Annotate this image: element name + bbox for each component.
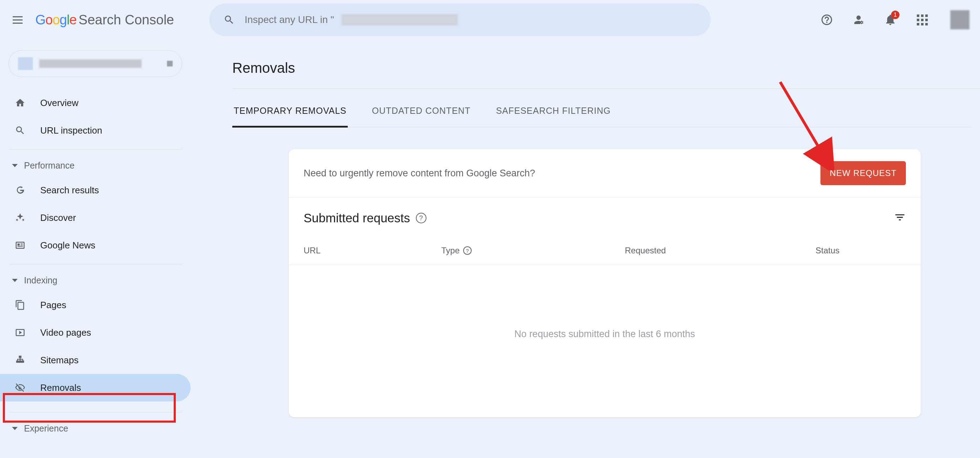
property-selector[interactable]	[8, 50, 182, 77]
nav-pages[interactable]: Pages	[0, 291, 191, 319]
nav-label: Sitemaps	[40, 355, 78, 366]
apps-grid-icon	[917, 14, 928, 26]
section-performance[interactable]: Performance	[0, 155, 191, 176]
submitted-title-text: Submitted requests	[304, 211, 410, 225]
news-icon	[15, 240, 25, 251]
property-favicon	[18, 57, 33, 70]
nav-sitemaps[interactable]: Sitemaps	[0, 346, 191, 374]
section-label: Indexing	[24, 275, 57, 286]
submitted-header: Submitted requests ?	[289, 198, 921, 235]
manage-users-button[interactable]	[851, 13, 865, 27]
nav-label: Google News	[40, 240, 95, 251]
discover-icon	[15, 212, 25, 223]
search-icon	[15, 125, 25, 136]
col-url: URL	[304, 246, 441, 255]
tab-outdated-content[interactable]: Outdated Content	[370, 99, 472, 128]
apps-button[interactable]	[915, 13, 929, 27]
nav-label: Removals	[40, 382, 81, 393]
dropdown-arrow-icon	[167, 61, 173, 67]
col-type-label: Type	[441, 246, 460, 255]
sidebar: Overview URL inspection Performance Sear…	[0, 40, 191, 439]
tabs: Temporary Removals Outdated Content Safe…	[232, 99, 972, 127]
nav-video-pages[interactable]: Video pages	[0, 319, 191, 346]
nav-overview[interactable]: Overview	[0, 89, 191, 116]
table-head: URL Type ? Requested Status	[289, 235, 921, 265]
chevron-down-icon	[12, 164, 18, 167]
nav-label: Search results	[40, 185, 99, 196]
filter-icon	[894, 211, 906, 223]
col-status: Status	[816, 246, 906, 255]
nav-url-inspection[interactable]: URL inspection	[0, 116, 191, 144]
user-settings-icon	[852, 13, 865, 26]
chevron-down-icon	[12, 427, 18, 430]
account-avatar[interactable]	[950, 10, 969, 29]
redacted-property	[39, 59, 142, 68]
nav-removals[interactable]: Removals	[0, 374, 191, 401]
section-indexing[interactable]: Indexing	[0, 269, 191, 291]
product-logo[interactable]: Google Search Console	[35, 12, 174, 27]
header-actions: 1	[820, 10, 969, 29]
empty-state: No requests submitted in the last 6 mont…	[289, 265, 921, 417]
filter-button[interactable]	[894, 211, 906, 225]
divider	[9, 264, 181, 264]
app-header: Google Search Console 1	[0, 0, 980, 40]
submitted-title: Submitted requests ?	[304, 211, 426, 225]
section-experience[interactable]: Experience	[0, 417, 191, 439]
nav-discover[interactable]: Discover	[0, 204, 191, 231]
url-inspect-input[interactable]	[245, 14, 340, 26]
google-g-icon	[15, 185, 25, 195]
page-title: Removals	[232, 60, 980, 76]
notification-badge: 1	[891, 11, 899, 19]
col-type: Type ?	[441, 246, 625, 255]
nav-label: URL inspection	[40, 125, 102, 136]
nav-google-news[interactable]: Google News	[0, 231, 191, 259]
nav-label: Video pages	[40, 327, 91, 338]
url-inspect-search[interactable]	[209, 3, 711, 36]
tab-temporary-removals[interactable]: Temporary Removals	[232, 99, 348, 128]
search-icon	[223, 14, 235, 26]
help-button[interactable]	[820, 13, 834, 27]
help-icon	[821, 13, 833, 26]
visibility-off-icon	[15, 382, 25, 393]
main-layout: Overview URL inspection Performance Sear…	[0, 40, 980, 439]
pages-icon	[15, 300, 25, 310]
tab-safesearch-filtering[interactable]: Safesearch Filtering	[495, 99, 612, 128]
col-requested: Requested	[625, 246, 816, 255]
nav-label: Overview	[40, 97, 78, 109]
divider	[9, 149, 181, 150]
removals-card: Need to urgently remove content from Goo…	[289, 149, 921, 417]
card-header: Need to urgently remove content from Goo…	[289, 149, 921, 198]
help-icon[interactable]: ?	[463, 246, 472, 255]
section-label: Performance	[24, 160, 75, 171]
chevron-down-icon	[12, 279, 18, 282]
home-icon	[15, 97, 25, 108]
nav-label: Pages	[40, 300, 66, 311]
help-icon[interactable]: ?	[416, 213, 426, 223]
notifications-button[interactable]: 1	[883, 13, 897, 27]
menu-button[interactable]	[11, 13, 25, 27]
video-icon	[15, 327, 25, 338]
product-name: Search Console	[79, 12, 174, 27]
card-prompt: Need to urgently remove content from Goo…	[304, 168, 535, 179]
new-request-button[interactable]: NEW REQUEST	[821, 161, 906, 185]
nav-search-results[interactable]: Search results	[0, 176, 191, 204]
section-label: Experience	[24, 423, 68, 434]
sitemap-icon	[15, 355, 25, 365]
main-content: Removals Temporary Removals Outdated Con…	[191, 40, 980, 439]
divider	[9, 412, 181, 412]
redacted-domain	[341, 14, 458, 26]
nav-label: Discover	[40, 212, 76, 223]
